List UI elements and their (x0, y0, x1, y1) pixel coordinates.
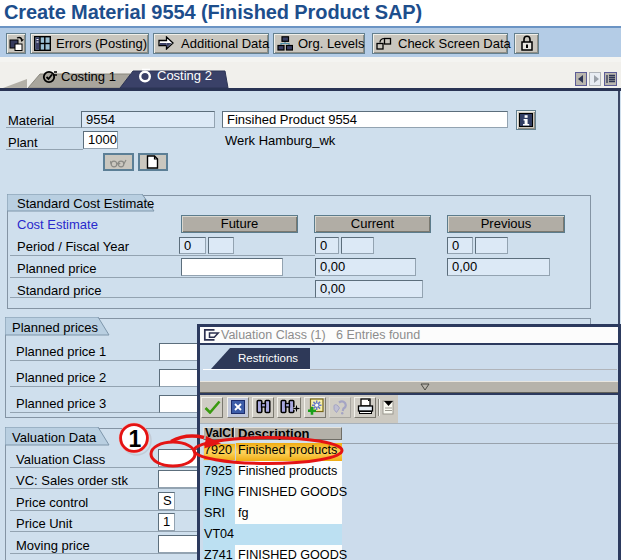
svg-text:1: 1 (129, 426, 142, 452)
